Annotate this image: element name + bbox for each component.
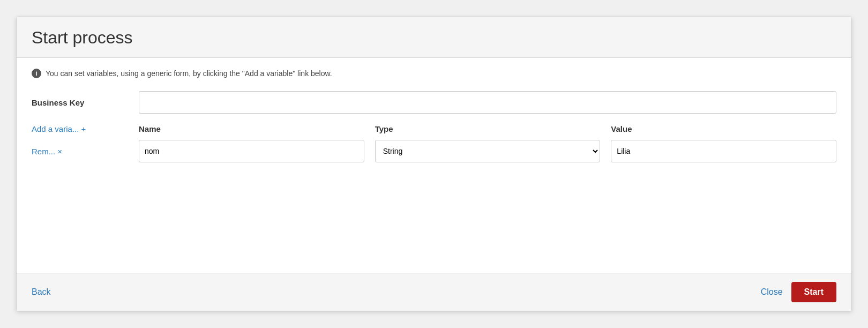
variables-section: Add a varia... + Name Type Value Rem... … <box>32 124 836 162</box>
page-title: Start process <box>32 28 836 48</box>
variables-header: Add a varia... + Name Type Value <box>32 124 836 133</box>
business-key-input[interactable] <box>139 91 836 114</box>
footer-right: Close Start <box>761 282 836 302</box>
variable-type-select[interactable]: String Integer Long Double Boolean Date … <box>375 140 601 162</box>
variable-value-input[interactable] <box>611 140 836 162</box>
variable-name-input[interactable] <box>139 140 364 162</box>
business-key-row: Business Key <box>32 91 836 114</box>
col-value-header: Value <box>611 124 836 133</box>
modal-footer: Back Close Start <box>17 273 851 311</box>
back-button[interactable]: Back <box>32 287 51 297</box>
close-button[interactable]: Close <box>761 287 783 297</box>
add-variable-link[interactable]: Add a varia... + <box>32 124 139 133</box>
start-button[interactable]: Start <box>791 282 836 302</box>
modal-header: Start process <box>17 17 851 58</box>
col-name-header: Name <box>139 124 364 133</box>
col-type-header: Type <box>375 124 601 133</box>
start-process-modal: Start process i You can set variables, u… <box>16 17 852 311</box>
info-text: You can set variables, using a generic f… <box>46 69 332 78</box>
variable-row: Rem... × String Integer Long Double Bool… <box>32 140 836 162</box>
modal-body: i You can set variables, using a generic… <box>17 58 851 273</box>
info-bar: i You can set variables, using a generic… <box>32 69 836 78</box>
variable-inputs: String Integer Long Double Boolean Date … <box>139 140 836 162</box>
footer-left: Back <box>32 287 51 297</box>
info-icon: i <box>32 69 41 78</box>
remove-variable-link[interactable]: Rem... × <box>32 147 139 156</box>
column-headers: Name Type Value <box>139 124 836 133</box>
business-key-label: Business Key <box>32 98 139 107</box>
